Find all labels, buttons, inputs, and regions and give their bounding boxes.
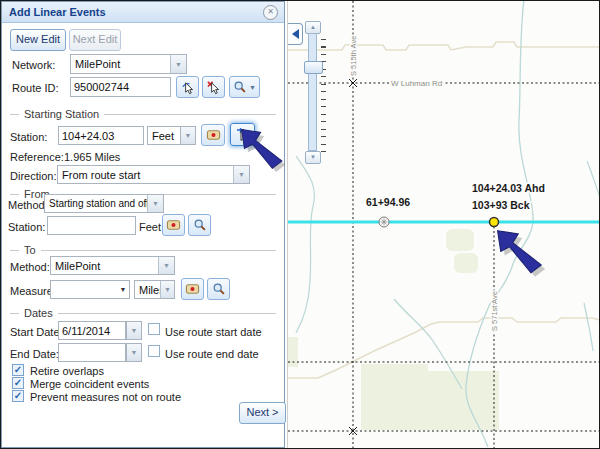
reference-value: 1.965 Miles [64,151,120,163]
section-dates-label: Dates [24,307,53,319]
station-units-select[interactable]: Feet [147,126,181,145]
map-graphics: W Luhman Rd S 515th Ave S 571st Ave 61+9… [288,1,600,448]
prevent-measures-checkbox[interactable] [12,390,24,402]
section-line-bottom [288,318,600,378]
retire-overlaps-checkbox[interactable] [12,364,24,376]
chevron-left-icon [292,29,299,39]
collapse-panel-button[interactable] [288,23,303,45]
road-label-horizontal: W Luhman Rd [391,79,442,88]
chevron-down-icon[interactable]: ▼ [147,195,163,212]
end-date-input[interactable] [58,343,126,362]
panel-title: Add Linear Events [2,6,263,18]
station-digitize-icon [206,128,221,142]
direction-value: From route start [58,169,233,181]
to-method-value: MilePoint [51,260,158,272]
field-patch [361,364,499,430]
stream [587,161,600,197]
to-measure-digitize-button[interactable] [181,278,204,300]
from-station-digitize-button[interactable] [162,214,185,236]
start-date-label: Start Date: [10,326,63,338]
section-to-label: To [24,244,36,256]
select-route-on-map-button[interactable] [176,76,199,98]
next-button[interactable]: Next > [239,402,286,424]
from-station-search-button[interactable] [188,214,211,236]
section-line-top [288,42,600,50]
close-icon[interactable]: ✕ [263,5,278,20]
direction-label: Direction: [10,170,56,182]
end-date-label: End Date: [10,348,59,360]
to-measure-search-button[interactable] [207,278,230,300]
network-label: Network: [12,59,55,71]
chevron-down-icon: ▼ [127,322,141,339]
chevron-down-icon[interactable]: ▼ [170,55,186,73]
zoom-slider-ticks [321,39,326,152]
route-id-label: Route ID: [12,82,58,94]
station-digitize-icon [166,218,181,232]
to-method-label: Method: [10,261,50,273]
chevron-down-icon[interactable]: ▼ [233,166,249,183]
road-label-vertical-right: S 571st Ave [490,291,499,331]
from-units-label: Feet [139,221,161,233]
map-canvas[interactable]: W Luhman Rd S 515th Ave S 571st Ave 61+9… [287,1,600,448]
start-date-picker-button[interactable]: ▼ [126,321,142,340]
to-method-select[interactable]: MilePoint ▼ [50,256,175,275]
chevron-down-icon: ▼ [249,84,256,91]
chevron-down-icon[interactable]: ▼ [158,257,174,274]
section-starting-station: Starting Station [10,108,276,120]
magnifier-icon [212,282,226,296]
zoom-out-button[interactable]: ▼ [305,151,321,164]
section-starting-station-label: Starting Station [24,108,99,120]
pick-station-on-map-button[interactable] [230,123,255,146]
field-patch [446,229,474,251]
stream [296,156,314,333]
station-reference-marker [379,217,389,227]
reference-label: Reference: [10,151,64,163]
use-route-end-date-label: Use route end date [165,348,259,360]
chevron-down-icon[interactable]: ▼ [160,281,174,298]
use-route-end-date-checkbox[interactable] [148,345,160,357]
app-window: Add Linear Events ✕ New Edit Next Edit N… [0,0,600,449]
section-to: To [10,244,276,256]
use-route-start-date-checkbox[interactable] [148,323,160,335]
next-edit-button[interactable]: Next Edit [69,29,121,51]
station-units-arrow[interactable]: ▼ [181,126,196,145]
picked-station-marker [490,218,499,227]
end-date-picker-button[interactable]: ▼ [126,343,142,362]
from-station-input[interactable] [47,216,136,235]
station-digitize-icon [185,282,200,296]
chevron-down-icon[interactable]: ▼ [117,286,129,293]
merge-coincident-events-checkbox[interactable] [12,377,24,389]
to-measure-combo[interactable]: ▼ [50,280,130,299]
start-date-input[interactable] [58,321,126,340]
station-units-value: Feet [148,130,180,142]
route-id-input[interactable] [70,77,171,97]
from-method-select[interactable]: Starting station and offset ▼ [44,194,164,213]
stream [584,303,593,351]
field-patch [454,253,478,273]
merge-coincident-events-label: Merge coincident events [30,378,149,390]
network-select[interactable]: MilePoint ▼ [70,54,187,74]
route-search-menu-button[interactable]: ▼ [229,76,260,98]
station-label-1: 61+94.96 [366,196,410,208]
station-input[interactable] [58,126,144,145]
cursor-clear-icon [206,80,221,95]
to-measure-label: Measure: [10,285,56,297]
clear-route-selection-button[interactable] [202,76,225,98]
station-label-2-line2: 103+93 Bck [472,199,530,211]
from-station-label: Station: [8,221,45,233]
cursor-select-icon [180,80,195,95]
direction-select[interactable]: From route start ▼ [57,165,250,184]
prevent-measures-label: Prevent measures not on route [30,391,181,403]
retire-overlaps-label: Retire overlaps [30,365,104,377]
to-units-select[interactable]: Miles ▼ [134,280,175,299]
new-edit-button[interactable]: New Edit [10,29,66,51]
zoom-slider-track[interactable] [308,33,317,151]
zoom-slider-thumb[interactable] [304,61,323,74]
add-linear-events-panel: Add Linear Events ✕ New Edit Next Edit N… [1,1,285,448]
station-label-2-line1: 104+24.03 Ahd [472,182,545,194]
network-value: MilePoint [71,58,170,70]
station-digitize-button[interactable] [201,124,225,146]
from-method-label: Method: [8,199,48,211]
to-units-value: Miles [135,284,160,296]
chevron-down-icon: ▼ [127,344,141,361]
